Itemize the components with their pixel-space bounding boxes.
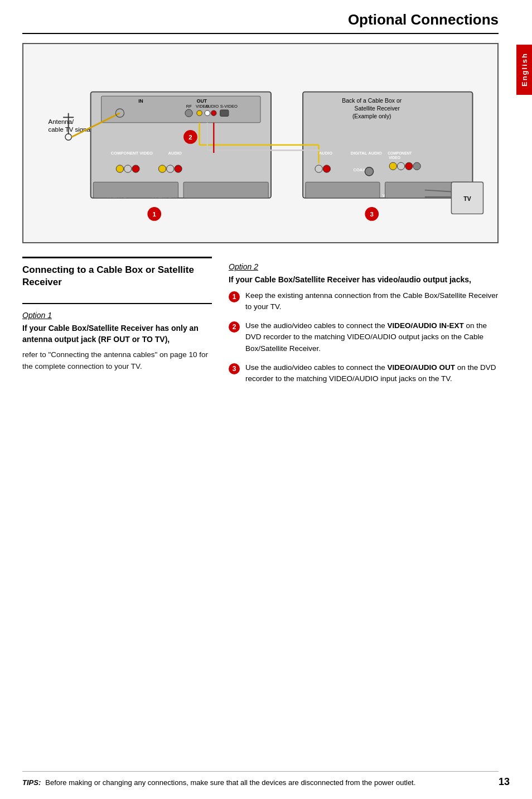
list-item-3-text: Use the audio/video cables to connect th… <box>245 362 499 385</box>
svg-point-52 <box>167 165 174 172</box>
svg-text:COMPONENT: COMPONENT <box>388 151 412 155</box>
list-item-3-plain: Use the audio/video cables to connect th… <box>245 363 387 372</box>
svg-rect-4 <box>101 96 260 123</box>
svg-text:S-VIDEO: S-VIDEO <box>220 104 238 109</box>
page-title: Optional Connections <box>22 11 499 34</box>
svg-point-10 <box>197 110 202 116</box>
list-item-2-bold: VIDEO/AUDIO IN-EXT <box>387 321 463 330</box>
svg-rect-22 <box>183 182 268 198</box>
svg-point-49 <box>124 165 132 172</box>
svg-point-12 <box>205 110 210 116</box>
svg-point-56 <box>365 167 373 176</box>
svg-point-54 <box>315 165 322 172</box>
option2-label: Option 2 <box>229 262 499 271</box>
option1-body: refer to "Connecting the antenna cables"… <box>22 349 212 372</box>
tips-text: Before making or changing any connection… <box>45 778 415 787</box>
svg-text:COMPONENT VIDEO: COMPONENT VIDEO <box>111 151 153 156</box>
list-item-1-text: Keep the existing antenna connection fro… <box>245 290 499 313</box>
circle-num-2: 2 <box>229 321 240 333</box>
svg-rect-15 <box>220 110 229 116</box>
tips-label: TIPS: <box>22 778 41 787</box>
svg-point-48 <box>116 165 123 172</box>
svg-point-3 <box>65 134 71 140</box>
svg-text:IN: IN <box>138 98 143 104</box>
svg-point-59 <box>405 162 413 170</box>
section-title: Connecting to a Cable Box or Satellite R… <box>22 264 212 288</box>
svg-point-13 <box>211 110 217 116</box>
svg-text:DIGITAL AUDIO: DIGITAL AUDIO <box>351 151 382 156</box>
circle-num-1: 1 <box>229 291 240 302</box>
svg-text:AUDIO: AUDIO <box>319 151 333 156</box>
svg-text:AUDIO: AUDIO <box>168 151 182 156</box>
svg-text:VIDEO: VIDEO <box>389 156 400 160</box>
list-item-2-text: Use the audio/video cables to connect th… <box>245 320 499 354</box>
list-item-2-plain: Use the audio/video cables to connect th… <box>245 321 387 330</box>
svg-rect-21 <box>93 182 178 198</box>
svg-text:(Example only): (Example only) <box>352 113 391 119</box>
right-column: Option 2 If your Cable Box/Satellite Rec… <box>229 257 499 392</box>
list-item-2: 2 Use the audio/video cables to connect … <box>229 320 499 354</box>
svg-point-53 <box>175 165 182 172</box>
diagram-area: Antenna/ cable TV signals IN OUT RF VIDE… <box>22 43 499 243</box>
svg-point-55 <box>323 165 330 172</box>
svg-point-60 <box>413 162 420 170</box>
svg-text:2: 2 <box>188 134 192 141</box>
content-area: Connecting to a Cable Box or Satellite R… <box>22 257 499 392</box>
english-tab: English <box>516 45 532 95</box>
back-label: Back of a Cable Box or <box>342 98 402 104</box>
svg-text:AUDIO: AUDIO <box>205 104 219 109</box>
svg-point-8 <box>185 109 192 117</box>
svg-text:Satellite Receiver: Satellite Receiver <box>355 105 400 112</box>
option2-subtitle: If your Cable Box/Satellite Receiver has… <box>229 275 499 286</box>
tips-section: TIPS:Before making or changing any conne… <box>22 771 499 788</box>
option2-list: 1 Keep the existing antenna connection f… <box>229 290 499 385</box>
list-item-3-bold: VIDEO/AUDIO OUT <box>387 363 455 372</box>
svg-text:TV: TV <box>463 196 471 202</box>
svg-text:1: 1 <box>153 211 157 218</box>
svg-point-51 <box>158 165 166 172</box>
left-column: Connecting to a Cable Box or Satellite R… <box>22 257 212 392</box>
svg-point-57 <box>389 162 396 170</box>
option1-label: Option 1 <box>22 311 212 320</box>
svg-text:OUT: OUT <box>197 98 207 104</box>
list-item-1: 1 Keep the existing antenna connection f… <box>229 290 499 313</box>
list-item-3: 3 Use the audio/video cables to connect … <box>229 362 499 385</box>
svg-text:3: 3 <box>370 211 374 218</box>
circle-num-3: 3 <box>229 363 240 374</box>
option1-subtitle: If your Cable Box/Satellite Receiver has… <box>22 323 212 345</box>
svg-text:RF: RF <box>186 104 192 109</box>
diagram-svg: Antenna/ cable TV signals IN OUT RF VIDE… <box>32 53 489 232</box>
svg-point-58 <box>397 162 404 170</box>
svg-point-50 <box>132 165 139 172</box>
page-number: 13 <box>499 776 510 788</box>
svg-rect-33 <box>306 182 380 198</box>
antenna-label: Antenna/ <box>49 118 74 125</box>
